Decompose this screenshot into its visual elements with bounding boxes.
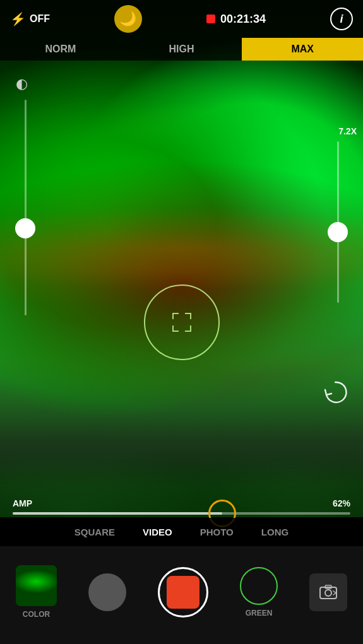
amp-fill [13,512,222,515]
flash-section: ⚡ OFF [10,11,50,26]
color-thumbnail[interactable] [16,565,57,606]
zoom-thumb[interactable] [328,222,348,242]
mode-tabs: SQUARE VIDEO PHOTO LONG [0,518,363,546]
record-control [158,567,208,618]
flip-control [309,573,347,611]
green-label: GREEN [246,609,273,618]
info-button[interactable]: i [330,8,353,30]
tab-photo[interactable]: PHOTO [186,518,247,546]
top-bar: ⚡ OFF 🌙 00:21:34 i [0,0,363,38]
brightness-thumb[interactable] [15,218,35,238]
amp-header: AMP 62% [13,498,350,508]
color-label: COLOR [23,610,50,619]
info-icon: i [340,13,343,26]
recording-section: 00:21:34 [206,13,266,26]
rec-dot-icon [206,15,215,23]
reticle-bl [172,325,179,332]
zoom-label: 7.2X [338,126,357,136]
green-control: GREEN [240,567,278,618]
bottom-controls: COLOR GREEN [0,546,363,644]
reticle-br [185,325,191,332]
sensitivity-high[interactable]: HIGH [121,44,242,55]
brightness-track [25,100,27,315]
tab-square[interactable]: SQUARE [61,518,129,546]
zoom-slider[interactable]: 7.2X [325,126,350,303]
flash-label: OFF [30,13,50,25]
sensitivity-norm[interactable]: NORM [0,44,121,55]
flash-icon: ⚡ [10,11,26,26]
focus-reticle [172,313,191,332]
color-control: COLOR [16,565,57,619]
tab-video[interactable]: VIDEO [129,518,186,546]
green-mode-button[interactable] [240,567,278,605]
night-mode-button[interactable]: 🌙 [114,5,142,33]
reticle-tr [185,313,191,319]
thumbnail-aurora [16,565,57,606]
color-mode-button[interactable] [88,573,126,611]
timer-display: 00:21:34 [220,13,266,26]
sensitivity-bar: NORM HIGH MAX [0,38,363,61]
zoom-track [337,141,339,303]
camera-viewfinder [0,0,363,517]
svg-point-1 [325,590,331,596]
flip-camera-button[interactable] [309,573,347,611]
amp-label: AMP [13,498,32,508]
sensitivity-max[interactable]: MAX [242,38,363,61]
moon-icon: 🌙 [119,11,136,27]
amp-track[interactable] [13,512,350,515]
reticle-tl [172,313,179,319]
record-button[interactable] [158,567,208,618]
color-mode-control [88,573,126,611]
amp-value: 62% [333,498,350,508]
tab-long[interactable]: LONG [247,518,302,546]
amp-slider-section: AMP 62% [0,498,363,515]
reset-button[interactable] [321,378,349,412]
record-button-inner [167,576,199,609]
brightness-slider[interactable]: ◐ [13,76,38,315]
brightness-icon: ◐ [16,76,35,95]
